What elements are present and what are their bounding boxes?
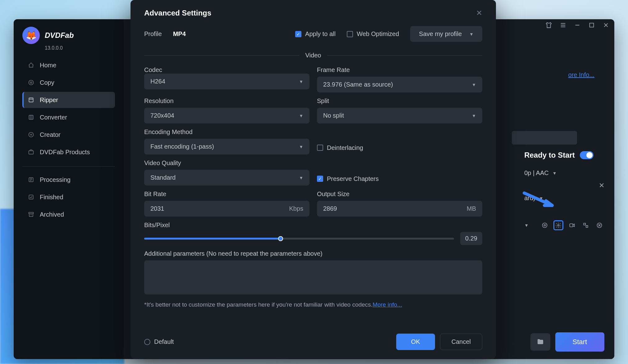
modal-body: Profile MP4 ✓ Apply to all Web Optimized… xyxy=(131,26,496,325)
edit-icon[interactable] xyxy=(567,220,577,230)
framerate-select[interactable]: 23.976 (Same as source) ▼ xyxy=(317,77,482,92)
remove-icon[interactable]: ✕ xyxy=(599,182,604,190)
input-field-partial[interactable] xyxy=(512,131,577,145)
preserve-chapters-field: ✓ Preserve Chapters xyxy=(317,160,482,186)
slider-thumb[interactable] xyxy=(278,236,283,241)
remove-row: ✕ xyxy=(524,182,604,190)
svg-point-10 xyxy=(543,223,547,228)
more-info-link[interactable]: More info... xyxy=(373,301,402,308)
archived-icon xyxy=(27,211,35,218)
split-select[interactable]: No split ▼ xyxy=(317,108,482,124)
nav-divider xyxy=(22,166,115,167)
encoding-select[interactable]: Fast encoding (1-pass) ▼ xyxy=(144,139,309,155)
sidebar-item-processing[interactable]: Processing xyxy=(22,172,115,188)
checkbox-icon xyxy=(347,31,353,37)
slider-fill xyxy=(144,238,281,240)
processing-icon xyxy=(27,176,35,183)
quality-select[interactable]: Standard ▼ xyxy=(144,170,309,186)
apply-to-all-checkbox[interactable]: ✓ Apply to all xyxy=(295,30,336,38)
start-button[interactable]: Start xyxy=(555,332,604,352)
window-title-bar xyxy=(545,22,609,30)
modal-footer: Default OK Cancel xyxy=(131,325,496,359)
svg-point-11 xyxy=(544,225,546,226)
footer-buttons: OK Cancel xyxy=(396,334,482,350)
svg-rect-9 xyxy=(590,23,594,27)
svg-point-12 xyxy=(558,225,559,226)
field-label: Bit Rate xyxy=(144,191,309,198)
video-form-grid: Codec H264 ▼ Frame Rate 23.976 (Same as … xyxy=(144,66,482,308)
sidebar: 🦊 DVDFab 13.0.0.0 Home Copy Ripper Conve… xyxy=(14,19,124,359)
slider-row: 0.29 xyxy=(144,232,482,245)
sidebar-item-finished[interactable]: Finished xyxy=(22,189,115,205)
cancel-button[interactable]: Cancel xyxy=(440,334,482,350)
svg-rect-2 xyxy=(29,98,33,102)
output-folder-button[interactable] xyxy=(530,333,550,351)
crop-icon[interactable] xyxy=(581,220,591,230)
resolution-field: Resolution 720x404 ▼ xyxy=(144,97,309,124)
info-line-1: 0p | AAC ▼ xyxy=(524,169,604,177)
bitrate-field: Bit Rate Kbps xyxy=(144,191,309,217)
codec-info: 0p | AAC xyxy=(524,169,549,177)
bitspixel-slider[interactable] xyxy=(144,238,454,240)
field-label: Resolution xyxy=(144,97,309,105)
maximize-icon[interactable] xyxy=(588,22,595,30)
delete-icon[interactable] xyxy=(594,220,604,230)
field-label: Additional parameters (No need to repeat… xyxy=(144,250,482,257)
preserve-chapters-checkbox[interactable]: ✓ Preserve Chapters xyxy=(317,175,379,182)
codec-select[interactable]: H264 ▼ xyxy=(144,74,309,89)
outputsize-input[interactable]: MB xyxy=(317,201,482,217)
button-label: Save my profile xyxy=(419,30,462,38)
menu-icon[interactable] xyxy=(560,22,566,30)
split-field: Split No split ▼ xyxy=(317,97,482,124)
minimize-icon[interactable] xyxy=(574,22,581,30)
sidebar-item-converter[interactable]: Converter xyxy=(22,109,115,125)
ok-button[interactable]: OK xyxy=(396,334,435,350)
additional-params-textarea[interactable] xyxy=(144,260,482,294)
default-radio[interactable]: Default xyxy=(144,338,174,345)
sidebar-item-archived[interactable]: Archived xyxy=(22,206,115,222)
chevron-down-icon: ▼ xyxy=(472,82,476,87)
app-version: 13.0.0.0 xyxy=(45,45,115,51)
chevron-down-icon[interactable]: ▼ xyxy=(539,196,543,201)
svg-rect-8 xyxy=(29,212,34,213)
bitrate-input-field[interactable] xyxy=(150,205,289,212)
close-icon[interactable] xyxy=(603,22,609,30)
ready-toggle[interactable] xyxy=(580,151,594,159)
nav-label: Ripper xyxy=(40,97,58,104)
nav-label: Archived xyxy=(40,211,64,218)
svg-rect-5 xyxy=(29,151,34,154)
unit-label: Kbps xyxy=(289,205,303,212)
chevron-down-icon: ▼ xyxy=(469,32,474,37)
nav-label: Home xyxy=(40,62,56,69)
svg-point-0 xyxy=(29,80,34,85)
checkbox-label: Web Optimized xyxy=(357,30,399,38)
save-profile-button[interactable]: Save my profile ▼ xyxy=(410,26,482,42)
chevron-down-icon[interactable]: ▼ xyxy=(552,171,557,176)
sidebar-item-copy[interactable]: Copy xyxy=(22,74,115,91)
chevron-down-icon: ▼ xyxy=(472,113,476,118)
checkbox-label: Apply to all xyxy=(305,30,336,38)
deinterlacing-checkbox[interactable]: Deinterlacing xyxy=(317,144,363,151)
web-optimized-checkbox[interactable]: Web Optimized xyxy=(347,30,399,38)
bitrate-input[interactable]: Kbps xyxy=(144,201,309,217)
chevron-down-icon: ▼ xyxy=(299,144,303,149)
shirt-icon[interactable] xyxy=(545,22,552,30)
sidebar-item-ripper[interactable]: Ripper xyxy=(22,92,115,108)
divider-line xyxy=(144,55,299,56)
chevron-down-icon[interactable]: ▼ xyxy=(524,223,529,228)
resolution-select[interactable]: 720x404 ▼ xyxy=(144,108,309,124)
modal-close-icon[interactable]: ✕ xyxy=(476,9,482,17)
field-label: Split xyxy=(317,97,482,105)
checkbox-icon xyxy=(317,145,323,151)
sidebar-item-creator[interactable]: Creator xyxy=(22,127,115,143)
more-info-link[interactable]: ore Info... xyxy=(568,71,595,79)
slider-value: 0.29 xyxy=(460,232,482,245)
sidebar-item-products[interactable]: DVDFab Products xyxy=(22,144,115,160)
modal-title: Advanced Settings xyxy=(144,9,211,17)
sidebar-item-home[interactable]: Home xyxy=(22,57,115,73)
settings-gear-icon[interactable] xyxy=(553,220,563,230)
nav-label: DVDFab Products xyxy=(40,149,90,156)
preview-icon[interactable] xyxy=(540,220,550,230)
outputsize-input-field[interactable] xyxy=(323,205,467,212)
unit-label: MB xyxy=(467,205,476,212)
